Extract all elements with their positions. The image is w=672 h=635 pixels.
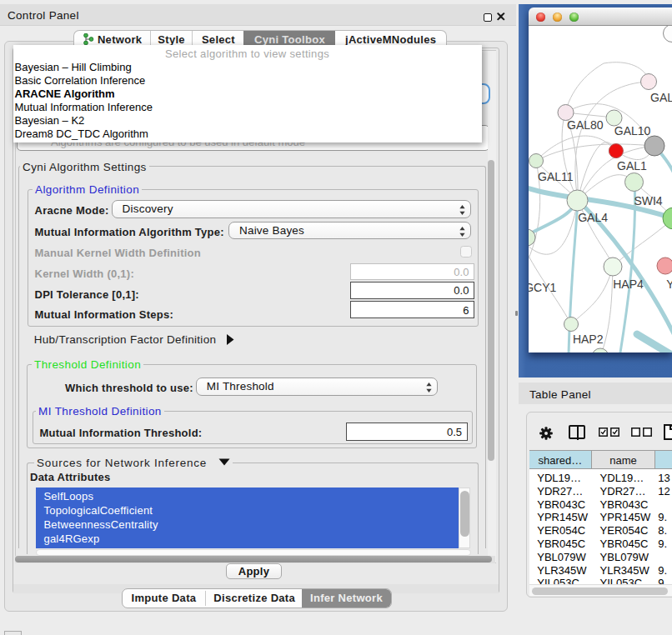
svg-text:GAL4: GAL4 — [578, 211, 608, 224]
svg-text:GAL80: GAL80 — [567, 118, 604, 132]
svg-text:GAL1: GAL1 — [617, 159, 647, 172]
svg-text:GAL7: GAL7 — [650, 91, 672, 104]
svg-text:HAP4: HAP4 — [613, 278, 644, 291]
svg-text:GAL11: GAL11 — [538, 170, 574, 183]
svg-text:HAP2: HAP2 — [573, 332, 604, 346]
svg-text:SWI4: SWI4 — [634, 194, 662, 208]
svg-text:Y: Y — [666, 278, 672, 291]
svg-text:GCY1: GCY1 — [529, 281, 557, 294]
svg-text:GAL10: GAL10 — [614, 124, 651, 138]
